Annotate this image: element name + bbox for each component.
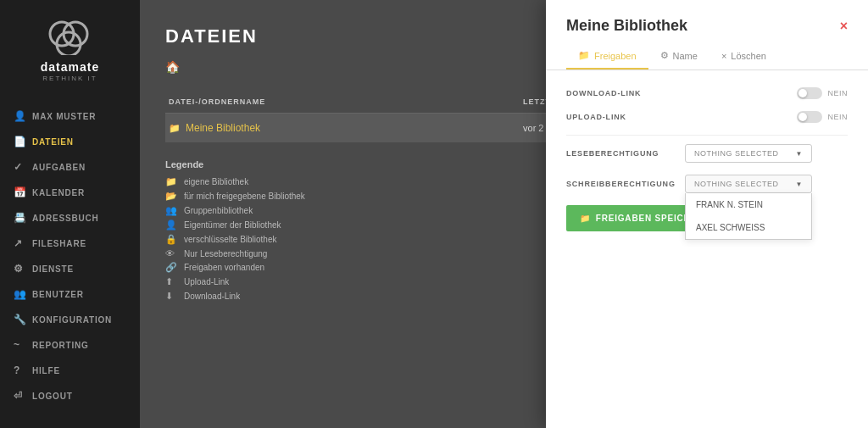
download-link-value: NEIN [797,87,848,99]
leseberechtigung-arrow-icon: ▼ [796,150,803,158]
sidebar-item-label: Benutzer [32,290,84,299]
sidebar-item-label: Fileshare [32,239,86,248]
user-icon: 👤 [14,110,25,122]
sidebar-item-dienste[interactable]: ⚙Dienste [0,256,140,281]
sidebar-item-label: Adressbuch [32,214,99,223]
schreibberechtigung-row: SCHREIBBERECHTIGUNG NOTHING SELECTED ▼ F… [566,175,848,193]
logout-icon: ⏎ [14,390,25,402]
legend-icon: 📁 [165,176,177,187]
tab-icon-name: ⚙ [660,50,669,61]
save-icon: 📁 [580,214,591,223]
main-content: DATEIEN 🏠 DATEI-/ORDNERNAME LETZTE ÄNDER… [140,0,868,428]
sidebar-item-kalender[interactable]: 📅Kalender [0,180,140,205]
upload-link-label: UPLOAD-LINK [566,113,685,121]
legend-icon: ⬆ [165,276,177,287]
schreibberechtigung-dropdown-value: NOTHING SELECTED [694,180,779,188]
schreibberechtigung-label: SCHREIBBERECHTIGUNG [566,180,685,188]
download-link-row: DOWNLOAD-LINK NEIN [566,87,848,99]
sidebar-item-benutzer[interactable]: 👥Benutzer [0,281,140,307]
upload-link-value: NEIN [797,111,848,123]
aufgaben-icon: ✓ [14,161,25,173]
schreibberechtigung-arrow-icon: ▼ [796,181,803,188]
sidebar: datamate RETHINK IT 👤Max Muster📄Dateien✓… [0,0,140,428]
upload-link-row: UPLOAD-LINK NEIN [566,111,848,123]
legend-icon: 🔒 [165,234,177,245]
divider-1 [566,135,848,136]
panel-body: DOWNLOAD-LINK NEIN UPLOAD-LINK NEIN LESE… [546,87,868,428]
tab-icon-freigaben: 📁 [578,50,590,61]
tab-freigaben[interactable]: 📁Freigaben [566,43,648,69]
legend-icon: 📂 [165,191,177,202]
sidebar-item-dateien[interactable]: 📄Dateien [0,129,140,154]
dropdown-menu-item[interactable]: AXEL SCHWEISS [686,216,811,239]
upload-link-toggle[interactable] [797,111,822,123]
sidebar-item-label: Logout [32,392,73,401]
sidebar-nav: 👤Max Muster📄Dateien✓Aufgaben📅Kalender📇Ad… [0,95,140,428]
sidebar-item-logout[interactable]: ⏎Logout [0,383,140,409]
close-button[interactable]: × [840,19,848,34]
fileshare-icon: ↗ [14,237,25,249]
sidebar-item-label: Aufgaben [32,163,86,172]
legend-label: Upload-Link [184,277,229,286]
sidebar-item-konfiguration[interactable]: 🔧Konfiguration [0,307,140,332]
hilfe-icon: ? [14,364,25,376]
reporting-icon: ~ [14,339,25,351]
sidebar-item-label: Konfiguration [32,315,112,325]
tab-label-loeschen: Löschen [731,51,766,61]
dienste-icon: ⚙ [14,263,25,275]
tab-label-name: Name [673,51,698,61]
panel-overlay: Meine Bibliothek × 📁Freigaben⚙Name×Lösch… [546,0,868,428]
panel-header: Meine Bibliothek × [546,0,868,43]
leseberechtigung-label: LESEBERECHTIGUNG [566,149,685,158]
legend-icon: 🔗 [165,262,177,273]
sidebar-item-label: Reporting [32,341,89,350]
legend-icon: 👤 [165,220,177,231]
legend-label: für mich freigegebene Bibliothek [184,192,305,201]
sidebar-item-label: Hilfe [32,366,60,375]
sidebar-item-hilfe[interactable]: ?Hilfe [0,358,140,383]
benutzer-icon: 👥 [14,288,25,300]
sidebar-item-fileshare[interactable]: ↗Fileshare [0,231,140,256]
panel-tabs: 📁Freigaben⚙Name×Löschen [546,43,868,70]
sidebar-item-label: Max Muster [32,112,96,121]
panel-title: Meine Bibliothek [566,17,687,35]
legend-label: Nur Leseberechtigung [184,249,267,258]
logo: datamate RETHINK IT [0,0,140,95]
legend-label: eigene Bibliothek [184,177,248,186]
sidebar-item-user[interactable]: 👤Max Muster [0,103,140,129]
download-link-toggle[interactable] [797,87,822,99]
sidebar-item-label: Kalender [32,188,85,197]
logo-name: datamate [41,60,99,74]
legend-label: Download-Link [184,292,240,301]
konfiguration-icon: 🔧 [14,314,25,325]
logo-subtitle: RETHINK IT [42,75,97,82]
tab-icon-loeschen: × [721,51,726,61]
dropdown-menu-item[interactable]: FRANK N. STEIN [686,193,811,216]
sidebar-item-label: Dienste [32,264,74,274]
leseberechtigung-dropdown-wrapper: NOTHING SELECTED ▼ [685,144,812,163]
tab-label-freigaben: Freigaben [594,51,637,61]
download-link-label: DOWNLOAD-LINK [566,89,685,97]
kalender-icon: 📅 [14,186,25,198]
legend-label: Freigaben vorhanden [184,263,264,272]
adressbuch-icon: 📇 [14,212,25,224]
leseberechtigung-dropdown-value: NOTHING SELECTED [694,149,779,158]
file-link[interactable]: 📁 Meine Bibliothek [169,122,516,134]
legend-label: Eigentümer der Bibliothek [184,220,281,230]
file-name: Meine Bibliothek [186,122,260,134]
logo-icon [47,17,93,55]
file-name-cell: 📁 Meine Bibliothek [165,114,520,143]
legend-icon: 👁 [165,248,177,258]
sidebar-item-reporting[interactable]: ~Reporting [0,332,140,358]
legend-label: verschlüsselte Bibliothek [184,235,277,244]
legend-icon: 👥 [165,205,177,216]
schreibberechtigung-dropdown[interactable]: NOTHING SELECTED ▼ [685,175,812,193]
legend-label: Gruppenbibliothek [184,206,253,215]
tab-loeschen[interactable]: ×Löschen [709,43,778,69]
sidebar-item-adressbuch[interactable]: 📇Adressbuch [0,205,140,231]
leseberechtigung-dropdown[interactable]: NOTHING SELECTED ▼ [685,144,812,163]
tab-name[interactable]: ⚙Name [648,43,709,69]
sidebar-item-aufgaben[interactable]: ✓Aufgaben [0,154,140,180]
dateien-icon: 📄 [14,136,25,147]
upload-link-toggle-label: NEIN [827,113,848,121]
